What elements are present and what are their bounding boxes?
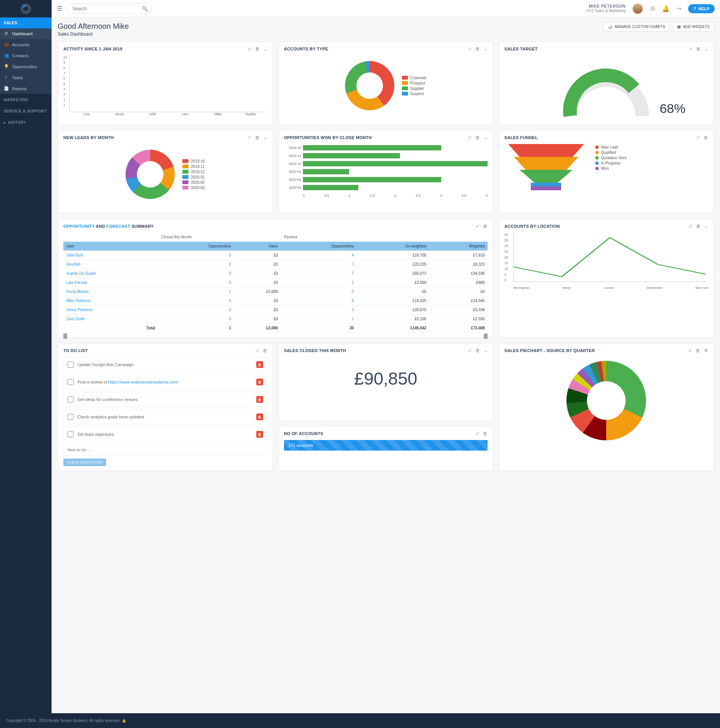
new-todo-input[interactable] <box>63 444 267 456</box>
table-row: Zara Smith 0£0 1£5,100£2,550 <box>63 315 488 324</box>
delete-todo-icon[interactable]: 🗑 <box>256 396 263 403</box>
trash-icon[interactable]: 🗑 <box>483 224 488 229</box>
sidebar-item-tasks[interactable]: ✓ Tasks <box>0 72 52 83</box>
expand-icon[interactable]: ⤢ <box>689 46 692 52</box>
legend-item: 2019-10 <box>182 159 205 163</box>
trash-icon[interactable]: 🗑 <box>475 46 480 52</box>
add-widgets-button[interactable]: ▦ ADD WIDGETS <box>673 22 714 31</box>
trash-icon[interactable]: 🗑 <box>255 135 260 140</box>
card-accounts-type: ACCOUNTS BY TYPE ⤢🗑⌄ CustomerProspectSup… <box>278 41 494 125</box>
trash-icon[interactable]: 🗑 <box>696 348 700 353</box>
trash-icon[interactable]: 🗑 <box>483 431 488 436</box>
todo-checkbox[interactable] <box>67 431 74 437</box>
chevron-down-icon[interactable]: ⌄ <box>484 348 488 353</box>
avatar[interactable] <box>632 3 643 14</box>
user-link[interactable]: Lars Elessar <box>66 280 88 285</box>
todo-checkbox[interactable] <box>67 396 74 402</box>
todo-checkbox[interactable] <box>67 362 74 368</box>
chevron-down-icon[interactable]: ⌄ <box>704 46 708 52</box>
expand-icon[interactable]: ⤢ <box>468 135 472 140</box>
delete-todo-icon[interactable]: 🗑 <box>256 431 263 438</box>
opportunities-icon: 💡 <box>4 64 8 69</box>
chevron-down-icon[interactable]: ⌄ <box>264 46 267 52</box>
menu-toggle-icon[interactable]: ☰ <box>57 5 62 12</box>
sidebar-item-label: Accounts <box>12 42 29 47</box>
opportunity-link[interactable]: OPPORTUNITY <box>63 224 95 229</box>
user-link[interactable]: Ana Bell <box>66 262 80 266</box>
user-link[interactable]: Johti Barti <box>66 253 83 257</box>
expand-icon[interactable]: ⤢ <box>468 46 472 52</box>
todo-item: Set team objectives 🗑 <box>63 427 267 442</box>
card-sales-closed: SALES CLOSED THIS MONTH ⤢🗑⌄ £90,850 <box>278 343 494 421</box>
expand-icon[interactable]: ⤢ <box>689 224 692 229</box>
sidebar-item-label: Reports <box>12 86 27 91</box>
col-group: Closed this Month <box>158 233 281 242</box>
expand-icon[interactable]: ⤢ <box>475 224 479 229</box>
trash-icon[interactable]: 🗑 <box>475 135 480 140</box>
settings-icon[interactable]: ⚙ <box>650 5 655 12</box>
sidebar-section-marketing[interactable]: MARKETING <box>0 94 52 105</box>
expand-icon[interactable]: ⤢ <box>688 348 692 353</box>
todo-item: Check analytics goals have updated 🗑 <box>63 409 267 424</box>
col-header: Opportunities <box>158 242 234 251</box>
bell-icon[interactable]: 🔔 <box>662 5 670 12</box>
user-block[interactable]: MIKE PETERSON XYZ Sales & Marketing <box>587 4 626 13</box>
sidebar-section-history[interactable]: ▸ HISTORY <box>0 117 52 128</box>
trash-icon[interactable]: 🗑 <box>696 224 701 229</box>
expand-icon[interactable]: ⤢ <box>248 135 251 140</box>
logo[interactable] <box>0 0 52 17</box>
scroll-left-icon[interactable] <box>63 333 67 339</box>
sidebar-item-reports[interactable]: 📄 Reports <box>0 83 52 94</box>
sales-closed-value: £90,850 <box>284 357 488 400</box>
user-link[interactable]: Sophie De Gualle <box>66 271 96 276</box>
search-icon[interactable]: 🔍 <box>142 6 148 11</box>
user-org: XYZ Sales & Marketing <box>587 9 626 13</box>
sidebar-item-opportunities[interactable]: 💡 Opportunities <box>0 61 52 72</box>
delete-todo-icon[interactable]: 🗑 <box>256 361 263 368</box>
user-link[interactable]: Mike Peterson <box>66 299 91 303</box>
todo-checkbox[interactable] <box>67 379 74 385</box>
expand-icon[interactable]: ⤢ <box>468 348 472 353</box>
sidebar-item-accounts[interactable]: 💼 Accounts <box>0 39 52 50</box>
expand-icon[interactable]: ⤢ <box>696 135 700 140</box>
trash-icon[interactable]: 🗑 <box>475 348 480 353</box>
todo-label: Check analytics goals have updated <box>77 415 144 419</box>
chevron-down-icon[interactable]: ⌄ <box>484 46 488 52</box>
chevron-down-icon[interactable]: ⌄ <box>264 135 267 140</box>
todo-link[interactable]: https://www.reallysimplesystems.com/ <box>108 380 178 384</box>
trash-icon[interactable]: 🗑 <box>696 46 701 52</box>
chevron-down-icon[interactable]: ⌄ <box>704 224 708 229</box>
sidebar-history-label: HISTORY <box>8 121 26 125</box>
user-link[interactable]: Zara Smith <box>66 317 85 321</box>
expand-icon[interactable]: ⤢ <box>248 46 251 52</box>
sidebar-item-contacts[interactable]: 👥 Contacts <box>0 50 52 61</box>
forecast-link[interactable]: FORECAST <box>107 224 130 229</box>
funnel-chart <box>508 144 584 208</box>
help-button[interactable]: ? HELP <box>688 4 715 13</box>
expand-icon[interactable]: ⤢ <box>255 348 259 353</box>
clear-completed-button[interactable]: CLEAR COMPLETED <box>63 459 106 466</box>
manage-charts-button[interactable]: 📊 MANAGE CUSTOM CHARTS <box>604 22 669 31</box>
trash-icon[interactable]: 🗑 <box>255 46 260 52</box>
delete-todo-icon[interactable]: 🗑 <box>256 379 263 385</box>
todo-checkbox[interactable] <box>67 414 74 420</box>
manage-charts-label: MANAGE CUSTOM CHARTS <box>615 25 665 29</box>
trash-icon[interactable]: 🗑 <box>263 348 267 353</box>
logout-icon[interactable]: ↪ <box>676 5 681 12</box>
chevron-down-icon[interactable]: ⌄ <box>484 135 488 140</box>
trash-icon[interactable]: 🗑 <box>704 135 708 140</box>
sidebar-item-dashboard[interactable]: ⏱ Dashboard <box>0 28 52 39</box>
sidebar-section-sales[interactable]: SALES <box>0 17 52 28</box>
todo-label: Get ideas for conference venues <box>77 397 138 402</box>
scroll-right-icon[interactable] <box>484 333 488 339</box>
expand-icon[interactable]: ⤢ <box>475 431 479 436</box>
sidebar-section-service[interactable]: SERVICE & SUPPORT <box>0 106 52 117</box>
gear-icon[interactable]: ⚙ <box>704 348 708 353</box>
user-link[interactable]: Fiona Mclean <box>66 290 89 294</box>
table-row: Sophie De Gualle 0£0 7£60,072£34,186 <box>63 269 488 278</box>
user-link[interactable]: Jenny Peterson <box>66 308 93 312</box>
search-input[interactable] <box>67 3 152 14</box>
col-header: Value <box>234 242 281 251</box>
table-row: Mike Peterson 0£0 6£19,325£14,545 <box>63 296 488 305</box>
delete-todo-icon[interactable]: 🗑 <box>256 413 263 420</box>
